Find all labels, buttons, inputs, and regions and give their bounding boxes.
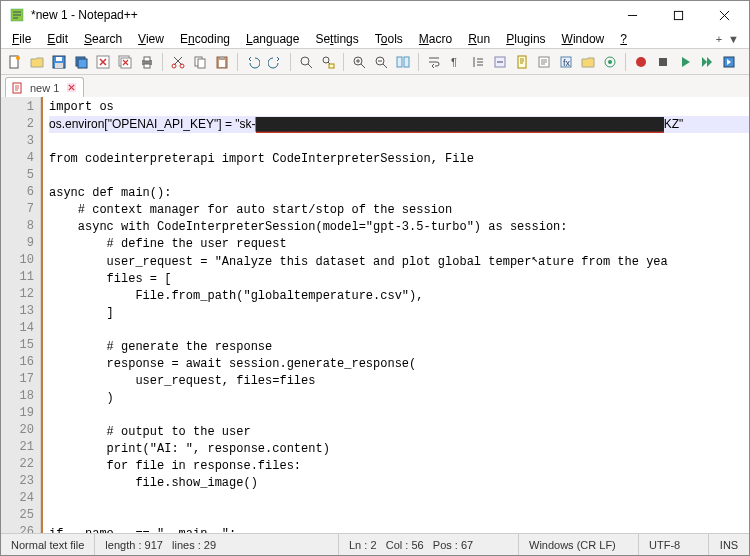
svg-rect-13 — [144, 57, 150, 61]
menu-settings[interactable]: Settings — [308, 29, 365, 49]
tabbar: new 1 — [1, 75, 749, 97]
minimize-button[interactable] — [609, 1, 655, 29]
save-all-icon[interactable] — [71, 52, 91, 72]
svg-rect-24 — [329, 64, 334, 68]
find-icon[interactable] — [296, 52, 316, 72]
function-list-icon[interactable]: fx — [556, 52, 576, 72]
folding-icon[interactable] — [490, 52, 510, 72]
code-area[interactable]: import os os.environ["OPENAI_API_KEY"] =… — [41, 97, 749, 533]
menubar: File Edit Search View Encoding Language … — [1, 29, 749, 49]
svg-rect-1 — [674, 11, 682, 19]
menu-window[interactable]: Window — [555, 29, 612, 49]
doc-list-icon[interactable] — [534, 52, 554, 72]
wordwrap-icon[interactable] — [424, 52, 444, 72]
svg-rect-5 — [56, 57, 62, 61]
svg-point-37 — [636, 57, 646, 67]
menu-plugins[interactable]: Plugins — [499, 29, 552, 49]
menu-search[interactable]: Search — [77, 29, 129, 49]
tab-close-icon[interactable] — [65, 82, 77, 94]
status-filetype: Normal text file — [1, 534, 95, 555]
svg-rect-28 — [404, 57, 409, 67]
status-mode[interactable]: INS — [709, 534, 749, 555]
show-chars-icon[interactable]: ¶ — [446, 52, 466, 72]
svg-text:¶: ¶ — [451, 56, 457, 68]
copy-icon[interactable] — [190, 52, 210, 72]
replace-icon[interactable] — [318, 52, 338, 72]
statusbar: Normal text file length : 917 lines : 29… — [1, 533, 749, 555]
redo-icon[interactable] — [265, 52, 285, 72]
tab-file-icon — [12, 82, 24, 94]
indent-guide-icon[interactable] — [468, 52, 488, 72]
svg-rect-14 — [144, 64, 150, 68]
status-length: length : 917 lines : 29 — [95, 534, 339, 555]
menu-run[interactable]: Run — [461, 29, 497, 49]
menu-chevron-icon[interactable]: ▼ — [728, 33, 739, 45]
menu-edit[interactable]: Edit — [40, 29, 75, 49]
monitor-icon[interactable] — [600, 52, 620, 72]
svg-rect-8 — [78, 59, 87, 68]
new-file-icon[interactable] — [5, 52, 25, 72]
open-file-icon[interactable] — [27, 52, 47, 72]
save-macro-icon[interactable] — [719, 52, 739, 72]
print-icon[interactable] — [137, 52, 157, 72]
doc-map-icon[interactable] — [512, 52, 532, 72]
record-macro-icon[interactable] — [631, 52, 651, 72]
app-icon — [9, 7, 25, 23]
svg-text:fx: fx — [563, 58, 571, 68]
svg-rect-38 — [659, 58, 667, 66]
status-encoding[interactable]: UTF-8 — [639, 534, 709, 555]
window-title: *new 1 - Notepad++ — [31, 8, 609, 22]
menu-macro[interactable]: Macro — [412, 29, 459, 49]
menu-encoding[interactable]: Encoding — [173, 29, 237, 49]
svg-rect-18 — [198, 59, 205, 68]
cut-icon[interactable] — [168, 52, 188, 72]
menu-view[interactable]: View — [131, 29, 171, 49]
close-all-icon[interactable] — [115, 52, 135, 72]
svg-point-22 — [301, 57, 309, 65]
menu-file[interactable]: File — [5, 29, 38, 49]
menu-help[interactable]: ? — [613, 29, 634, 49]
menu-tools[interactable]: Tools — [368, 29, 410, 49]
play-multi-icon[interactable] — [697, 52, 717, 72]
status-caret: Ln : 2 Col : 56 Pos : 67 — [339, 534, 519, 555]
folder-workspace-icon[interactable] — [578, 52, 598, 72]
menu-language[interactable]: Language — [239, 29, 306, 49]
tab-new1[interactable]: new 1 — [5, 77, 84, 97]
tab-label: new 1 — [30, 82, 59, 94]
save-icon[interactable] — [49, 52, 69, 72]
svg-rect-27 — [397, 57, 402, 67]
editor: 1 2 3 4 5 6 7 8 9 10 11 12 13 14 15 16 1… — [1, 97, 749, 533]
maximize-button[interactable] — [655, 1, 701, 29]
svg-point-3 — [16, 56, 20, 60]
sync-scroll-icon[interactable] — [393, 52, 413, 72]
paste-icon[interactable] — [212, 52, 232, 72]
svg-rect-21 — [219, 60, 225, 67]
line-number-gutter: 1 2 3 4 5 6 7 8 9 10 11 12 13 14 15 16 1… — [1, 97, 41, 533]
toolbar: ¶ fx — [1, 49, 749, 75]
zoom-in-icon[interactable] — [349, 52, 369, 72]
zoom-out-icon[interactable] — [371, 52, 391, 72]
status-eol[interactable]: Windows (CR LF) — [519, 534, 639, 555]
svg-rect-6 — [55, 63, 63, 68]
titlebar: *new 1 - Notepad++ — [1, 1, 749, 29]
play-macro-icon[interactable] — [675, 52, 695, 72]
close-button[interactable] — [701, 1, 747, 29]
svg-rect-31 — [518, 56, 526, 68]
svg-point-36 — [608, 60, 612, 64]
close-file-icon[interactable] — [93, 52, 113, 72]
menu-plus-icon[interactable]: + — [716, 33, 722, 45]
svg-rect-20 — [220, 56, 224, 59]
undo-icon[interactable] — [243, 52, 263, 72]
stop-macro-icon[interactable] — [653, 52, 673, 72]
